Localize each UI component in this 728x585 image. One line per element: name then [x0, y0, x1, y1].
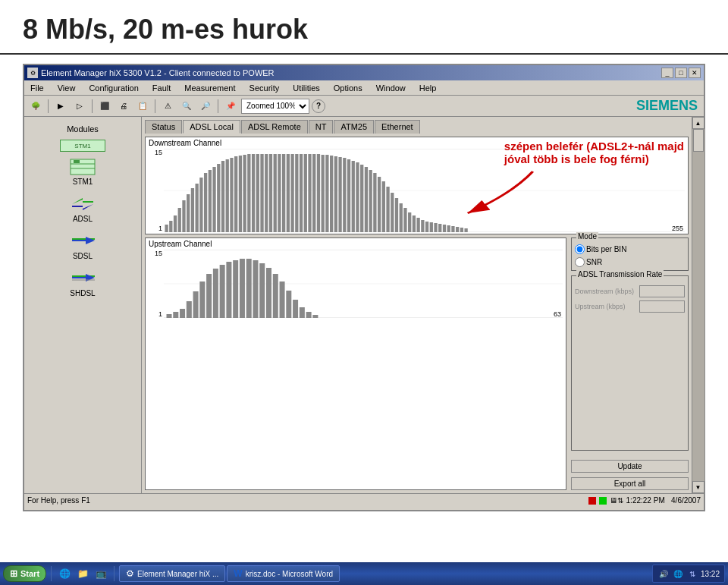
svg-rect-53	[330, 156, 333, 232]
menu-options[interactable]: Options	[331, 83, 366, 93]
scroll-down-btn[interactable]: ▼	[692, 481, 704, 493]
window-titlebar: ⚙ Element Manager hiX 5300 V1.2 - Client…	[24, 65, 704, 80]
svg-rect-67	[391, 193, 394, 232]
svg-rect-33	[243, 155, 246, 232]
svg-rect-76	[430, 222, 433, 232]
taskbar: ⊞ Start 🌐 📁 📺 ⚙ Element Manager hiX ... …	[0, 562, 728, 585]
svg-rect-62	[369, 170, 372, 232]
mode-bits-label[interactable]: Bits per BIN	[575, 244, 626, 254]
toolbar-btn-5[interactable]: 📋	[134, 98, 151, 115]
toolbar-btn-2[interactable]: ▷	[71, 98, 88, 115]
svg-rect-74	[421, 220, 424, 232]
taskbar-folder-icon[interactable]: 📁	[74, 565, 91, 582]
taskbar-app-element-manager[interactable]: ⚙ Element Manager hiX ...	[119, 565, 225, 582]
menu-help[interactable]: Help	[416, 83, 440, 93]
svg-rect-101	[240, 259, 245, 318]
tray-icon-2[interactable]: 🌐	[672, 568, 684, 580]
menu-file[interactable]: File	[27, 83, 47, 93]
svg-rect-82	[456, 227, 459, 232]
upstream-rate-input[interactable]	[639, 300, 685, 313]
svg-rect-57	[347, 159, 350, 232]
menu-view[interactable]: View	[55, 83, 79, 93]
toolbar-btn-4[interactable]: 🖨	[115, 98, 132, 115]
mode-snr-row: SNR	[575, 257, 685, 267]
toolbar-tree-btn[interactable]: 🌳	[27, 98, 44, 115]
svg-rect-90	[167, 314, 172, 318]
toolbar-btn-1[interactable]: ▶	[52, 98, 69, 115]
mode-snr-label[interactable]: SNR	[575, 257, 602, 267]
content-area: szépen belefér (ADSL2+-nál majd jóval tö…	[142, 117, 692, 493]
app-label-1: Element Manager hiX ...	[137, 570, 218, 578]
taskbar-media-icon[interactable]: 📺	[93, 565, 109, 582]
menu-security[interactable]: Security	[246, 83, 283, 93]
svg-rect-30	[230, 158, 233, 232]
export-all-button[interactable]: Export all	[571, 477, 689, 490]
taskbar-ie-icon[interactable]: 🌐	[56, 565, 73, 582]
svg-rect-56	[343, 158, 346, 232]
mode-bits-radio[interactable]	[575, 244, 585, 254]
update-button[interactable]: Update	[571, 460, 689, 473]
tab-nt[interactable]: NT	[309, 120, 334, 134]
svg-rect-68	[395, 198, 398, 232]
sidebar-item-sdsl[interactable]: SDSL	[66, 229, 99, 263]
svg-rect-70	[403, 208, 406, 232]
svg-rect-110	[300, 307, 305, 318]
tray-icon-3[interactable]: ⇅	[686, 568, 698, 580]
close-button[interactable]: ✕	[689, 68, 701, 78]
maximize-button[interactable]: □	[675, 68, 687, 78]
tab-ethernet[interactable]: Ethernet	[375, 120, 420, 134]
svg-rect-106	[273, 274, 278, 318]
toolbar-btn-6[interactable]: ⚠	[159, 98, 176, 115]
adsl-label: ADSL	[73, 215, 93, 223]
menu-window[interactable]: Window	[373, 83, 409, 93]
scrollbar-right[interactable]: ▲ ▼	[692, 117, 704, 493]
downstream-title: Downstream Channel	[149, 139, 685, 147]
sidebar-item-adsl[interactable]: ADSL	[66, 192, 99, 226]
scrollbar-thumb[interactable]	[693, 129, 704, 152]
svg-rect-59	[356, 162, 359, 232]
sdsl-icon	[69, 232, 96, 250]
toolbar-separator-3	[155, 99, 155, 113]
svg-rect-22	[196, 184, 199, 232]
app-label-2: krisz.doc - Microsoft Word	[246, 570, 333, 578]
svg-rect-40	[274, 154, 277, 232]
zoom-select[interactable]: Zoomed 100% Zoomed 50% Zoomed 200%	[241, 99, 309, 114]
tab-adsl-remote[interactable]: ADSL Remote	[241, 120, 308, 134]
minimize-button[interactable]: _	[661, 68, 673, 78]
svg-rect-41	[278, 154, 281, 232]
menu-fault[interactable]: Fault	[149, 83, 174, 93]
svg-rect-43	[287, 154, 290, 232]
start-button[interactable]: ⊞ Start	[3, 565, 46, 582]
tab-adsl-local[interactable]: ADSL Local	[183, 120, 240, 134]
rate-fields: Downstream (kbps) Upstream (kbps)	[575, 285, 685, 313]
sidebar-item-shdsl[interactable]: SHDSL	[66, 266, 99, 300]
mode-snr-radio[interactable]	[575, 257, 585, 267]
downstream-chart-area: 15 1	[149, 149, 685, 232]
svg-rect-16	[169, 221, 172, 232]
svg-rect-32	[239, 156, 242, 232]
stm1-label: STM1	[73, 178, 93, 186]
help-question-btn[interactable]: ?	[312, 99, 325, 113]
tab-atm25[interactable]: ATM25	[334, 120, 374, 134]
tab-status[interactable]: Status	[145, 120, 182, 134]
scroll-up-btn[interactable]: ▲	[692, 117, 704, 129]
toolbar-btn-3[interactable]: ⬛	[96, 98, 113, 115]
downstream-rate-input[interactable]	[639, 285, 685, 297]
toolbar-btn-7[interactable]: 🔍	[178, 98, 195, 115]
toolbar-btn-8[interactable]: 🔎	[197, 98, 214, 115]
downstream-chart-svg	[164, 149, 685, 232]
siemens-logo: SIEMENS	[636, 98, 701, 114]
menu-utilities[interactable]: Utilities	[290, 83, 322, 93]
svg-rect-104	[259, 263, 265, 318]
toolbar-btn-9[interactable]: 📌	[222, 98, 239, 115]
toolbar-separator-4	[218, 99, 218, 113]
menu-configuration[interactable]: Configuration	[86, 83, 141, 93]
svg-rect-63	[373, 173, 376, 232]
sidebar-item-stm1[interactable]: STM1	[66, 155, 99, 189]
upstream-rate-row: Upstream (kbps)	[575, 300, 685, 313]
taskbar-app-word[interactable]: W krisz.doc - Microsoft Word	[227, 565, 340, 582]
scrollbar-track[interactable]	[692, 129, 704, 481]
tray-icon-1[interactable]: 🔊	[657, 568, 670, 580]
application-window: ⚙ Element Manager hiX 5300 V1.2 - Client…	[23, 64, 705, 511]
menu-measurement[interactable]: Measurement	[181, 83, 238, 93]
